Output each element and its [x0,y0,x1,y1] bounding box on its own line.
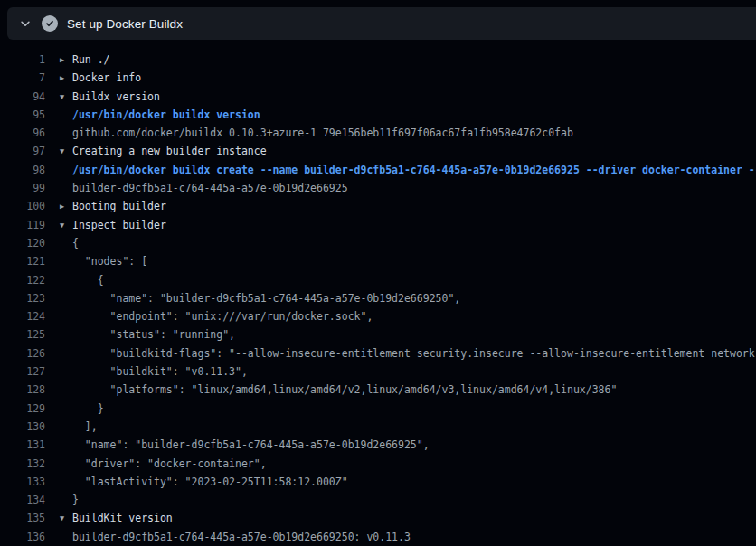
line-number[interactable]: 130 [0,418,45,436]
log-line: 95/usr/bin/docker buildx version [0,106,756,124]
gutter-spacer [60,289,72,307]
log-line: 130 ], [0,418,756,436]
group-title: Docker info [72,69,141,87]
log-line: 121 "nodes": [ [0,252,756,270]
output-text: "buildkit": "v0.11.3", [72,362,248,381]
triangle-right-icon[interactable]: ▶ [60,197,72,215]
line-number[interactable]: 7 [0,69,45,87]
output-text: } [72,491,79,509]
gutter-spacer [60,271,72,289]
output-text: "status": "running", [72,325,235,344]
line-number[interactable]: 119 [0,216,45,234]
gutter-spacer [60,455,72,473]
gutter-spacer [60,307,72,325]
step-header[interactable]: Set up Docker Buildx [7,7,756,40]
gutter-spacer [60,400,72,418]
command-text: /usr/bin/docker buildx version [72,106,260,124]
triangle-down-icon[interactable]: ▼ [60,88,72,106]
line-number[interactable]: 135 [0,509,45,527]
line-number[interactable]: 123 [0,289,45,307]
output-text: "nodes": [ [72,252,147,270]
triangle-down-icon[interactable]: ▼ [60,509,72,527]
line-number[interactable]: 122 [0,271,45,289]
log-line: 96github.com/docker/buildx 0.10.3+azure-… [0,124,756,142]
triangle-down-icon[interactable]: ▼ [60,216,72,234]
gutter-spacer [60,252,72,270]
line-number[interactable]: 95 [0,106,45,124]
collapse-step-button[interactable] [14,13,36,34]
log-line: 132 "driver": "docker-container", [0,455,756,473]
gutter-spacer [60,106,72,124]
output-text: { [72,271,104,289]
gutter-spacer [60,436,72,454]
triangle-down-icon[interactable]: ▼ [60,142,72,160]
output-text: } [72,400,104,418]
log-line[interactable]: 7▶Docker info [0,69,756,87]
line-number[interactable]: 129 [0,400,45,418]
output-text: "lastActivity": "2023-02-25T11:58:12.000… [72,473,348,491]
log-line[interactable]: 1▶Run ./ [0,51,756,69]
line-number[interactable]: 134 [0,491,45,509]
log-line: 125 "status": "running", [0,325,756,344]
line-number[interactable]: 121 [0,252,45,270]
group-title: BuildKit version [72,509,173,527]
log-line: 122 { [0,271,756,289]
triangle-right-icon[interactable]: ▶ [60,69,72,87]
group-title: Buildx version [72,88,160,106]
log-line[interactable]: 135▼BuildKit version [0,509,756,527]
log-line: 120{ [0,234,756,252]
output-text: ], [72,418,98,436]
log-line[interactable]: 100▶Booting builder [0,197,756,215]
gutter-spacer [60,344,72,362]
line-number[interactable]: 131 [0,436,45,454]
output-text: "name": "builder-d9cfb5a1-c764-445a-a57e… [72,436,430,454]
line-number[interactable]: 120 [0,234,45,252]
line-number[interactable]: 126 [0,344,45,362]
gutter-spacer [60,418,72,436]
check-circle-icon [42,15,58,32]
line-number[interactable]: 125 [0,325,45,344]
line-number[interactable]: 96 [0,124,45,142]
gutter-spacer [60,362,72,381]
output-text: "endpoint": "unix:///var/run/docker.sock… [72,307,373,325]
output-text: builder-d9cfb5a1-c764-445a-a57e-0b19d2e6… [72,528,411,546]
line-number[interactable]: 133 [0,473,45,491]
line-number[interactable]: 100 [0,197,45,215]
output-text: builder-d9cfb5a1-c764-445a-a57e-0b19d2e6… [72,179,348,197]
line-number[interactable]: 124 [0,307,45,325]
gutter-spacer [60,381,72,399]
log-lines: 1▶Run ./7▶Docker info94▼Buildx version95… [0,40,756,546]
gutter-spacer [60,491,72,509]
line-number[interactable]: 99 [0,179,45,197]
gutter-spacer [60,161,72,179]
gutter-spacer [60,179,72,197]
log-line[interactable]: 97▼Creating a new builder instance [0,142,756,160]
group-title: Run ./ [72,51,110,69]
log-line: 124 "endpoint": "unix:///var/run/docker.… [0,307,756,325]
log-line: 126 "buildkitd-flags": "--allow-insecure… [0,344,756,362]
group-title: Inspect builder [72,216,166,234]
group-title: Booting builder [72,197,166,215]
triangle-right-icon[interactable]: ▶ [60,51,72,69]
output-text: "name": "builder-d9cfb5a1-c764-445a-a57e… [72,289,460,307]
log-line[interactable]: 119▼Inspect builder [0,216,756,234]
log-line[interactable]: 94▼Buildx version [0,88,756,106]
log-line: 136builder-d9cfb5a1-c764-445a-a57e-0b19d… [0,528,756,546]
line-number[interactable]: 127 [0,362,45,381]
output-text: "buildkitd-flags": "--allow-insecure-ent… [72,344,756,362]
log-line: 98/usr/bin/docker buildx create --name b… [0,161,756,179]
group-title: Creating a new builder instance [72,142,267,160]
log-line: 131 "name": "builder-d9cfb5a1-c764-445a-… [0,436,756,454]
line-number[interactable]: 98 [0,161,45,179]
line-number[interactable]: 132 [0,455,45,473]
log-line: 129 } [0,400,756,418]
line-number[interactable]: 136 [0,528,45,546]
log-line: 128 "platforms": "linux/amd64,linux/amd6… [0,381,756,399]
line-number[interactable]: 94 [0,88,45,106]
line-number[interactable]: 1 [0,51,45,69]
log-line: 133 "lastActivity": "2023-02-25T11:58:12… [0,473,756,491]
command-text: /usr/bin/docker buildx create --name bui… [72,161,756,179]
line-number[interactable]: 97 [0,142,45,160]
output-text: "driver": "docker-container", [72,455,267,473]
line-number[interactable]: 128 [0,381,45,399]
